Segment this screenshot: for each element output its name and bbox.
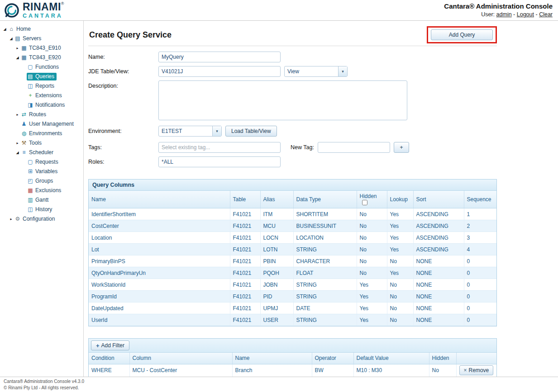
cell-hidden: No (357, 208, 387, 220)
sidebar-item-queries[interactable]: ▤ Queries (0, 72, 83, 81)
col-header-operator[interactable]: Operator (312, 353, 353, 364)
jde-table-input[interactable] (158, 66, 281, 77)
col-header-column[interactable]: Column (129, 353, 232, 364)
query-column-row[interactable]: ProgramId F41021 PID STRING Yes No NONE … (89, 291, 496, 302)
cell-hidden: Yes (357, 314, 387, 326)
query-column-row[interactable]: CostCenter F41021 MCU BUSINESSUNIT No Ye… (89, 220, 496, 232)
col-header-name[interactable]: Name (89, 191, 230, 208)
logout-link[interactable]: Logout (517, 11, 534, 18)
user-name-link[interactable]: admin (496, 11, 512, 18)
sidebar-item-user-management[interactable]: ♟ User Management (0, 119, 83, 129)
expander-icon[interactable]: ◢ (14, 56, 20, 60)
functions-icon: ▢ (27, 64, 33, 70)
add-tag-button[interactable]: + (394, 142, 409, 153)
sidebar-item-reports[interactable]: ◫ Reports (0, 81, 83, 91)
sidebar-item-tools[interactable]: ▸ ⚒ Tools (0, 138, 83, 148)
sidebar-item-tc843-e920[interactable]: ◢ ▦ TC843_E920 (0, 53, 83, 62)
sidebar-item-configuration[interactable]: ▸ ⚙ Configuration (0, 214, 83, 224)
tree-entry: ⊞ Variables (27, 168, 60, 175)
notifications-icon: ◨ (27, 102, 33, 108)
sidebar-item-functions[interactable]: ▢ Functions (0, 62, 83, 72)
sidebar-item-label: Exclusions (35, 187, 61, 194)
col-header-table[interactable]: Table (230, 191, 260, 208)
col-header-lookup[interactable]: Lookup (387, 191, 413, 208)
sidebar-item-exclusions[interactable]: ▦ Exclusions (0, 186, 83, 195)
col-header-filter-name[interactable]: Name (232, 353, 312, 364)
server-icon: ▦ (21, 45, 27, 51)
chevron-down-icon[interactable]: ▾ (212, 126, 221, 136)
cell-lookup: Yes (387, 244, 413, 255)
user-line: User: admin - Logout - Clear (444, 11, 553, 19)
sidebar-item-notifications[interactable]: ◨ Notifications (0, 100, 83, 110)
roles-input[interactable] (158, 156, 281, 167)
expander-icon[interactable]: ◢ (8, 37, 14, 41)
tree-entry: ▦ Exclusions (27, 187, 63, 194)
sidebar-item-gantt[interactable]: ▥ Gantt (0, 195, 83, 205)
query-column-row[interactable]: PrimaryBinPS F41021 PBIN CHARACTER No No… (89, 255, 496, 267)
col-header-filter-hidden[interactable]: Hidden (429, 353, 456, 364)
col-header-sort[interactable]: Sort (413, 191, 464, 208)
sidebar-item-history[interactable]: ◫ History (0, 205, 83, 214)
description-textarea[interactable] (158, 80, 407, 120)
query-column-row[interactable]: IdentifierShortItem F41021 ITM SHORTITEM… (89, 208, 496, 220)
col-header-hidden[interactable]: Hidden (357, 191, 387, 208)
add-query-button[interactable]: Add Query (431, 29, 493, 40)
sidebar-item-label: TC843_E920 (29, 54, 61, 61)
sidebar-item-environments[interactable]: ◍ Environments (0, 129, 83, 138)
query-column-row[interactable]: UserId F41021 USER STRING Yes No NONE 0 (89, 314, 496, 326)
query-column-row[interactable]: Location F41021 LOCN LOCATION No Yes ASC… (89, 232, 496, 244)
user-management-icon: ♟ (21, 121, 27, 127)
sidebar-item-extensions[interactable]: + Extensions (0, 91, 83, 100)
expander-icon[interactable]: ▸ (14, 141, 20, 145)
sidebar-item-routes[interactable]: ▸ ⇄ Routes (0, 110, 83, 119)
cell-hidden: Yes (357, 291, 387, 302)
sidebar-item-home[interactable]: ◢ ⌂ Home (0, 24, 83, 34)
add-filter-button[interactable]: + Add Filter (91, 340, 129, 350)
sidebar-item-label: Notifications (35, 102, 65, 108)
clear-link[interactable]: Clear (539, 11, 553, 18)
environment-select[interactable]: E1TEST ▾ (158, 126, 222, 137)
col-header-sequence[interactable]: Sequence (464, 191, 496, 208)
col-header-condition[interactable]: Condition (89, 353, 129, 364)
col-header-alias[interactable]: Alias (260, 191, 293, 208)
cell-data-type: STRING (293, 279, 357, 291)
annotation-highlight: Add Query (427, 26, 497, 43)
expander-icon[interactable]: ◢ (2, 27, 8, 31)
sidebar-item-variables[interactable]: ⊞ Variables (0, 167, 83, 176)
cell-alias: ITM (260, 208, 293, 220)
tools-icon: ⚒ (21, 140, 27, 146)
tags-input[interactable] (158, 142, 281, 153)
sidebar-item-requests[interactable]: ▢ Requests (0, 157, 83, 167)
sidebar-item-scheduler[interactable]: ◢ ≡ Scheduler (0, 148, 83, 157)
cell-sort: NONE (413, 314, 464, 326)
expander-icon[interactable]: ▸ (14, 113, 20, 117)
jde-type-select[interactable]: View ▾ (284, 66, 348, 77)
cell-sequence: 2 (464, 220, 496, 232)
user-label: User: (481, 11, 495, 18)
chevron-down-icon[interactable]: ▾ (338, 66, 347, 76)
cell-sort: NONE (413, 279, 464, 291)
form-row-jde-table: JDE Table/View: View ▾ (88, 66, 497, 77)
hidden-all-checkbox[interactable] (362, 200, 367, 205)
expander-icon[interactable]: ◢ (14, 151, 20, 155)
query-column-row[interactable]: DateUpdated F41021 UPMJ DATE Yes No NONE… (89, 302, 496, 314)
expander-icon[interactable]: ▸ (8, 217, 14, 221)
sidebar-item-tc843-e910[interactable]: ▸ ▦ TC843_E910 (0, 43, 83, 53)
col-header-data-type[interactable]: Data Type (293, 191, 357, 208)
load-table-view-button[interactable]: Load Table/View (225, 126, 277, 137)
query-column-row[interactable]: QtyOnHandPrimaryUn F41021 PQOH FLOAT No … (89, 267, 496, 279)
new-tag-input[interactable] (318, 142, 390, 153)
cell-table: F41021 (230, 291, 260, 302)
query-column-row[interactable]: WorkStationId F41021 JOBN STRING Yes No … (89, 279, 496, 291)
remove-filter-button[interactable]: × Remove (459, 365, 494, 375)
expander-icon[interactable]: ▸ (14, 46, 20, 50)
col-header-default-value[interactable]: Default Value (353, 353, 429, 364)
cell-sequence: 3 (464, 232, 496, 244)
col-header-actions (456, 353, 496, 364)
sidebar-item-servers[interactable]: ◢ ▤ Servers (0, 34, 83, 43)
filter-row[interactable]: WHERE MCU - CostCenter Branch BW M10 : M… (89, 364, 496, 377)
name-input[interactable] (158, 52, 281, 62)
sidebar-item-groups[interactable]: ◰ Groups (0, 176, 83, 186)
query-column-row[interactable]: Lot F41021 LOTN STRING No Yes ASCENDING … (89, 244, 496, 255)
cell-alias: PBIN (260, 255, 293, 267)
